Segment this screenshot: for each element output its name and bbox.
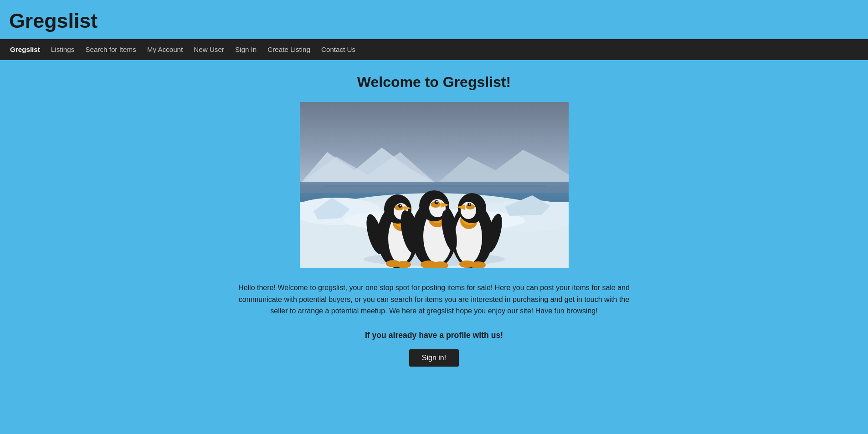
nav-search-for-items[interactable]: Search for Items xyxy=(80,39,141,60)
svg-point-38 xyxy=(436,201,438,203)
site-title: Gregslist xyxy=(0,0,868,39)
svg-point-24 xyxy=(400,205,401,206)
navbar: Gregslist Listings Search for Items My A… xyxy=(0,39,868,60)
svg-rect-6 xyxy=(323,185,546,187)
nav-create-listing[interactable]: Create Listing xyxy=(262,39,316,60)
nav-listings[interactable]: Listings xyxy=(46,39,80,60)
nav-my-account[interactable]: My Account xyxy=(142,39,189,60)
nav-new-user[interactable]: New User xyxy=(188,39,230,60)
profile-prompt: If you already have a profile with us! xyxy=(365,331,503,340)
description-text: Hello there! Welcome to gregslist, your … xyxy=(236,282,632,317)
page-heading: Welcome to Gregslist! xyxy=(357,74,511,91)
nav-brand[interactable]: Gregslist xyxy=(5,39,46,60)
nav-sign-in[interactable]: Sign In xyxy=(230,39,262,60)
svg-point-52 xyxy=(469,204,470,205)
signin-button[interactable]: Sign in! xyxy=(409,349,459,367)
svg-point-28 xyxy=(396,261,411,268)
nav-contact-us[interactable]: Contact Us xyxy=(316,39,361,60)
svg-rect-5 xyxy=(300,183,569,185)
main-content: Welcome to Gregslist! xyxy=(0,60,868,380)
penguin-image xyxy=(300,102,569,268)
